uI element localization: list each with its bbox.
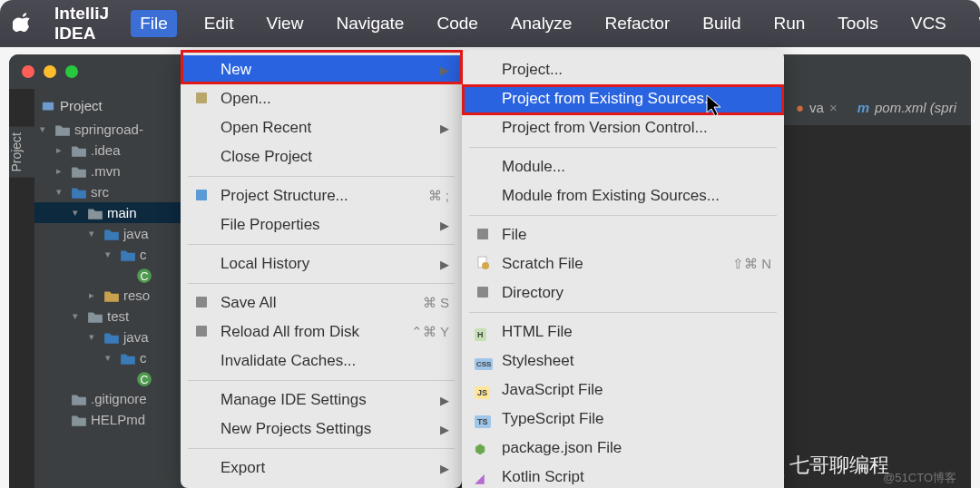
file-icon [475, 227, 493, 243]
js-icon: JS [475, 382, 493, 398]
menubar-vcs[interactable]: VCS [906, 10, 952, 37]
new-menu-stylesheet[interactable]: CSSStylesheet [462, 346, 784, 376]
blank-icon [475, 120, 493, 136]
new-menu-scratch-file[interactable]: Scratch File⇧⌘ N [462, 249, 784, 278]
menubar-refactor[interactable]: Refactor [599, 10, 675, 37]
file-icon [71, 413, 87, 427]
menubar-build[interactable]: Build [697, 10, 746, 37]
project-tool-tab[interactable]: Project [9, 127, 34, 178]
structure-icon [193, 188, 211, 204]
chevron-right-icon: ▶ [440, 394, 449, 407]
new-menu-module-from-existing-sources[interactable]: Module from Existing Sources... [462, 181, 784, 210]
svg-rect-12 [477, 287, 488, 298]
file-menu-file-properties[interactable]: File Properties▶ [181, 210, 462, 239]
svg-text:C: C [141, 374, 149, 386]
blank-icon [193, 149, 211, 165]
folder-icon [87, 309, 103, 324]
folder-src-icon [120, 248, 136, 262]
chevron-right-icon: ▶ [440, 122, 449, 135]
json-icon: ⬢ [475, 440, 493, 456]
folder-open-icon [193, 91, 211, 107]
maximize-icon[interactable] [65, 65, 78, 78]
menubar-wi[interactable]: Wi [974, 10, 980, 37]
folder-src-icon [120, 351, 136, 366]
close-icon[interactable] [22, 65, 34, 78]
class-icon: C [136, 371, 152, 386]
menubar-tools[interactable]: Tools [832, 10, 883, 37]
file-menu-local-history[interactable]: Local History▶ [181, 249, 462, 278]
svg-rect-9 [477, 229, 488, 239]
new-menu-module[interactable]: Module... [462, 152, 784, 181]
blank-icon [193, 256, 211, 272]
blank-icon [193, 460, 211, 476]
traffic-lights[interactable] [22, 65, 78, 78]
file-menu-open[interactable]: Open... [181, 84, 462, 113]
blank-icon [193, 217, 211, 233]
chevron-right-icon: ▶ [440, 462, 449, 475]
svg-rect-7 [196, 297, 207, 307]
svg-point-11 [482, 262, 489, 269]
apple-icon [13, 12, 33, 36]
file-menu-open-recent[interactable]: Open Recent▶ [181, 113, 462, 142]
class-icon: C [136, 268, 152, 282]
menubar-view[interactable]: View [261, 10, 309, 37]
editor-tab[interactable]: mpom.xml (spri [852, 100, 962, 115]
blank-icon [193, 421, 211, 437]
chevron-right-icon: ▶ [440, 219, 449, 232]
file-icon [71, 392, 87, 406]
new-menu-javascript-file[interactable]: JSJavaScript File [462, 376, 784, 405]
menubar-navigate[interactable]: Navigate [330, 10, 409, 37]
file-menu-close-project[interactable]: Close Project [181, 142, 462, 171]
reload-icon [193, 324, 211, 340]
folder-src-icon [71, 185, 87, 200]
mac-menubar: IntelliJ IDEA FileEditViewNavigateCodeAn… [0, 0, 980, 47]
menubar-file[interactable]: File [131, 10, 177, 37]
cursor-icon [706, 94, 724, 118]
file-menu-save-all[interactable]: Save All⌘ S [181, 288, 462, 317]
file-menu-manage-ide-settings[interactable]: Manage IDE Settings▶ [181, 386, 462, 415]
file-menu-reload-all-from-disk[interactable]: Reload All from Disk⌃⌘ Y [181, 317, 462, 346]
chevron-right-icon: ▶ [440, 423, 449, 436]
folder-src-icon [103, 227, 120, 241]
new-menu-kotlin-script[interactable]: ◢Kotlin Script [462, 463, 784, 488]
folder-res-icon [103, 288, 120, 303]
blank-icon [193, 62, 211, 78]
svg-rect-6 [196, 190, 207, 200]
menubar-run[interactable]: Run [769, 10, 811, 37]
blank-icon [193, 392, 211, 408]
chevron-right-icon: ▶ [440, 258, 449, 271]
scratch-icon [475, 256, 493, 272]
dir-icon [475, 285, 493, 301]
minimize-icon[interactable] [44, 65, 56, 78]
new-menu-package-json-file[interactable]: ⬢package.json File [462, 434, 784, 463]
new-menu-project[interactable]: Project... [462, 55, 784, 84]
blank-icon [193, 353, 211, 369]
close-icon[interactable]: × [829, 100, 838, 115]
folder-src-icon [103, 330, 120, 345]
file-menu-new-projects-settings[interactable]: New Projects Settings▶ [181, 415, 462, 444]
file-menu-export[interactable]: Export▶ [181, 454, 462, 483]
blank-icon [475, 188, 493, 204]
kt-icon: ◢ [475, 469, 493, 485]
blank-icon [475, 62, 493, 78]
editor-tab[interactable]: ●va× [790, 100, 843, 115]
chevron-right-icon: ▶ [440, 63, 449, 77]
menubar-analyze[interactable]: Analyze [505, 10, 578, 37]
new-menu-file[interactable]: File [462, 220, 784, 249]
new-menu-project-from-existing-sources[interactable]: Project from Existing Sources... [462, 84, 784, 113]
file-menu[interactable]: New▶Open...Open Recent▶Close ProjectProj… [181, 50, 462, 488]
file-menu-invalidate-caches[interactable]: Invalidate Caches... [181, 346, 462, 376]
menubar-code[interactable]: Code [431, 10, 483, 37]
new-menu-typescript-file[interactable]: TSTypeScript File [462, 405, 784, 434]
css-icon: CSS [475, 353, 493, 369]
svg-rect-5 [196, 93, 207, 103]
menubar-edit[interactable]: Edit [199, 10, 240, 37]
new-menu-project-from-version-control[interactable]: Project from Version Control... [462, 113, 784, 142]
blank-icon [193, 120, 211, 136]
folder-icon [71, 164, 87, 179]
file-menu-new[interactable]: New▶ [181, 55, 462, 84]
new-menu-html-file[interactable]: HHTML File [462, 317, 784, 346]
new-menu-directory[interactable]: Directory [462, 278, 784, 307]
new-submenu[interactable]: Project...Project from Existing Sources.… [462, 50, 784, 488]
file-menu-project-structure[interactable]: Project Structure...⌘ ; [181, 181, 462, 210]
